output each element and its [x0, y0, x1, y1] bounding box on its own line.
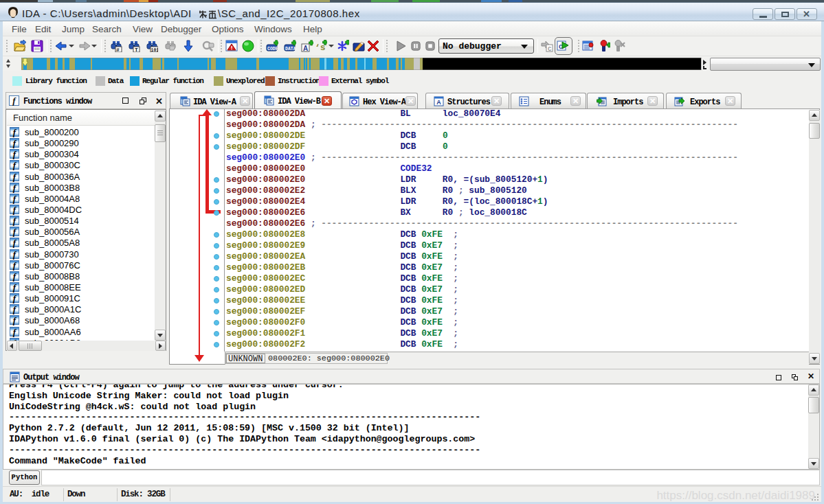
- svg-text:101: 101: [151, 48, 159, 53]
- svg-text:CODE: CODE: [267, 47, 278, 51]
- svg-text:DATA: DATA: [285, 47, 296, 51]
- svg-text:A: A: [303, 45, 308, 52]
- svg-text:A: A: [436, 99, 441, 106]
- svg-text:T: T: [135, 47, 138, 52]
- svg-text:#: #: [116, 47, 120, 52]
- svg-text:C: C: [548, 46, 552, 53]
